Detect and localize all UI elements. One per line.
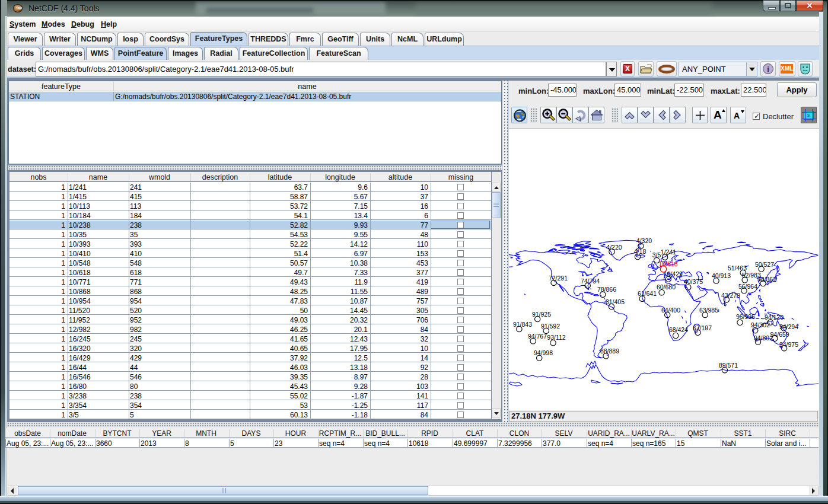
svg-text:60/680: 60/680	[657, 283, 676, 291]
svg-text:94/998: 94/998	[534, 349, 553, 356]
svg-text:94/659: 94/659	[770, 331, 789, 338]
svg-text:94/767: 94/767	[528, 333, 547, 340]
svg-text:1/241: 1/241	[661, 248, 676, 256]
svg-text:94/302: 94/302	[751, 321, 770, 328]
svg-text:93/112: 93/112	[547, 334, 565, 341]
svg-text:48/362: 48/362	[757, 276, 776, 283]
svg-text:40/913: 40/913	[712, 272, 731, 279]
svg-text:78/866: 78/866	[597, 286, 616, 293]
svg-text:4/320: 4/320	[636, 237, 652, 244]
svg-text:94/120: 94/120	[765, 314, 784, 321]
svg-text:43/279: 43/279	[721, 292, 740, 299]
svg-text:96/996: 96/996	[736, 313, 755, 320]
svg-text:94/975: 94/975	[779, 341, 798, 348]
svg-text:91/592: 91/592	[541, 323, 560, 330]
svg-text:88/889: 88/889	[600, 347, 619, 355]
svg-text:63/985: 63/985	[699, 307, 718, 314]
svg-text:61/641: 61/641	[638, 290, 657, 297]
svg-text:94/802: 94/802	[754, 334, 773, 342]
svg-text:91/925: 91/925	[532, 311, 551, 318]
svg-text:67/197: 67/197	[693, 324, 712, 331]
svg-text:50/527: 50/527	[755, 261, 774, 268]
svg-text:89/571: 89/571	[719, 362, 738, 369]
svg-text:81/405: 81/405	[606, 298, 625, 305]
svg-text:16/429: 16/429	[664, 270, 683, 277]
svg-text:72/291: 72/291	[549, 275, 568, 282]
svg-text:51/463: 51/463	[728, 264, 747, 272]
svg-text:10/618: 10/618	[659, 260, 678, 267]
svg-text:94/294: 94/294	[779, 323, 798, 330]
svg-text:64/400: 64/400	[661, 307, 680, 314]
svg-text:91/843: 91/843	[513, 321, 532, 328]
svg-text:4/18: 4/18	[634, 248, 647, 255]
svg-text:74/794: 74/794	[581, 277, 600, 285]
svg-text:4/220: 4/220	[606, 244, 622, 251]
svg-text:68/424: 68/424	[669, 326, 688, 333]
svg-text:3/5: 3/5	[652, 251, 661, 259]
svg-text:40/375: 40/375	[684, 278, 703, 285]
svg-text:56/964: 56/964	[738, 283, 757, 290]
